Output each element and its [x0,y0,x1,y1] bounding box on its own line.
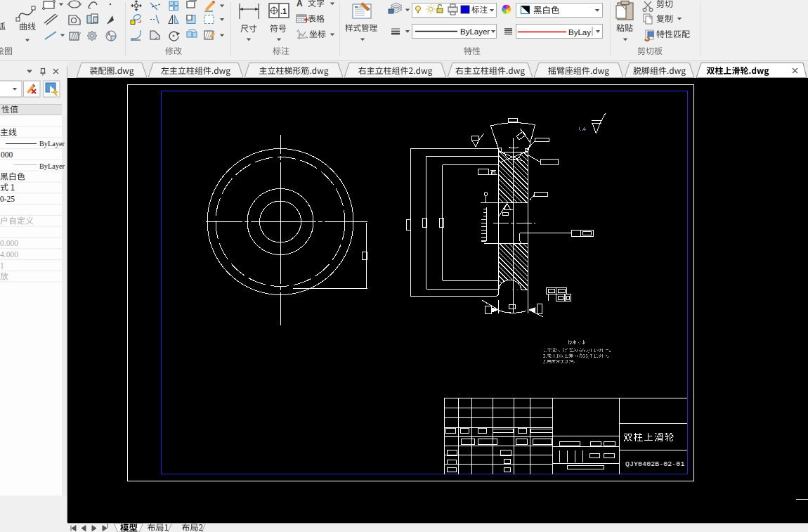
svg-text:QJY0402B-02-01: QJY0402B-02-01 [625,460,684,468]
svg-text:000: 000 [1,150,13,159]
svg-text:1: 1 [0,261,4,270]
svg-text:0-25: 0-25 [0,195,15,203]
svg-text:4.000: 4.000 [0,250,18,259]
svg-text:ByLayer: ByLayer [39,140,65,148]
svg-text:ByLayer: ByLayer [39,162,65,170]
svg-text:A: A [297,0,303,8]
svg-text:.1: .1 [280,7,287,15]
svg-text:0.000: 0.000 [0,239,18,247]
svg-text:ByLayer: ByLayer [460,27,490,36]
svg-text:ByLay: ByLay [568,28,591,37]
